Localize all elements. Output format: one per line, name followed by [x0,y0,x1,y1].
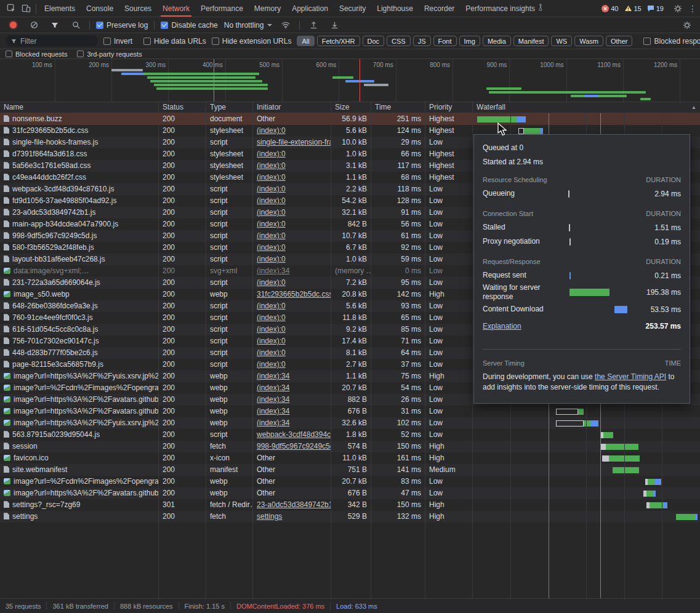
initiator-link[interactable]: 23-a0dc53d3849742b1.js: [257,500,331,509]
column-header-size[interactable]: Size [331,102,371,113]
invert-checkbox[interactable]: Invert [103,37,132,46]
initiator-link[interactable]: (index):0 [257,360,286,369]
kebab-menu-icon[interactable]: ⋮ [685,2,700,15]
issues-badge[interactable]: 19 [647,5,664,12]
initiator-link[interactable]: (index):34 [257,395,289,404]
filter-chip-fetch-xhr[interactable]: Fetch/XHR [317,36,360,46]
record-network-log-button[interactable] [6,18,20,32]
network-filter-input[interactable] [20,37,92,46]
search-button[interactable] [68,18,83,32]
filter-field[interactable] [6,35,98,47]
table-row[interactable]: favicon.ico200x-iconOther11.0 kB161 msHi… [0,452,700,464]
initiator-link[interactable]: (index):0 [257,220,286,228]
filter-chip-ws[interactable]: WS [551,36,572,46]
filter-chip-wasm[interactable]: Wasm [574,36,603,46]
initiator-link[interactable]: (index):0 [257,278,286,287]
table-row[interactable]: 563.87915a0239d95044.js200scriptwebpack-… [0,429,700,441]
tab-lighthouse[interactable]: Lighthouse [371,0,419,17]
tab-application[interactable]: Application [286,0,334,17]
initiator-link[interactable]: 998-9df5c967c9249c5d.js: [257,442,331,451]
tab-recorder[interactable]: Recorder [419,0,460,17]
initiator-link[interactable]: (index):34 [257,407,289,415]
initiator-link[interactable]: webpack-3cdf48d394c876… [257,430,331,439]
filter-chip-js[interactable]: JS [413,36,431,46]
initiator-link[interactable]: (index):0 [257,196,286,205]
network-settings-gear-icon[interactable] [680,18,694,32]
inspect-element-icon[interactable] [4,2,18,15]
server-timing-api-link[interactable]: the Server Timing API [595,372,666,381]
clear-network-log-button[interactable] [26,18,41,32]
tab-network[interactable]: Network [157,0,195,17]
initiator-link[interactable]: (index):0 [257,150,286,158]
filter-chip-css[interactable]: CSS [387,36,411,46]
network-conditions-button[interactable] [278,18,293,32]
table-row[interactable]: nonsense.buzz200documentOther56.9 kB251 … [0,113,700,125]
tab-performance[interactable]: Performance [195,0,249,17]
tab-elements[interactable]: Elements [39,0,81,17]
initiator-link[interactable]: (index):0 [257,173,286,182]
column-header-priority[interactable]: Priority [425,102,473,113]
column-header-time[interactable]: Time [371,102,425,113]
initiator-link[interactable]: 31fc293665b2b5dc.css [257,290,331,298]
import-har-button[interactable] [327,18,342,32]
table-row[interactable]: settings?_rsc=7zg69301fetch / Redir…23-a… [0,499,700,511]
filter-chip-media[interactable]: Media [483,36,511,46]
table-row[interactable]: site.webmanifest200manifestOther751 B141… [0,464,700,476]
export-har-button[interactable] [306,18,321,32]
tab-sources[interactable]: Sources [119,0,157,17]
third-party-requests-checkbox[interactable]: 3rd-party requests [77,50,142,58]
tab-performance-insights[interactable]: Performance insights [460,0,549,17]
initiator-link[interactable]: (index):0 [257,348,286,357]
initiator-link[interactable]: (index):0 [257,231,286,240]
initiator-link[interactable]: settings [257,512,282,521]
preserve-log-checkbox[interactable]: Preserve log [96,21,148,30]
table-row[interactable]: settings200fetchsettings529 B132 msHigh [0,511,700,523]
initiator-link[interactable]: (index):34 [257,372,289,380]
table-row[interactable]: image?url=https%3A%2F%2Fyuis.xsrv.jp%2Fi… [0,417,700,429]
device-toolbar-icon[interactable] [18,2,33,15]
column-header-waterfall[interactable]: Waterfall ▲ [473,102,700,113]
overview-strip[interactable]: 100 ms200 ms300 ms400 ms500 ms600 ms700 … [0,59,700,102]
tab-security[interactable]: Security [334,0,371,17]
initiator-link[interactable]: (index):0 [257,185,286,193]
initiator-link[interactable]: (index):34 [257,419,289,427]
settings-gear-icon[interactable] [670,2,685,15]
hide-extension-urls-checkbox[interactable]: Hide extension URLs [212,37,292,46]
column-header-name[interactable]: Name [0,102,159,113]
filter-toggle-button[interactable] [47,18,62,32]
hide-data-urls-checkbox[interactable]: Hide data URLs [143,37,206,46]
initiator-link[interactable]: (index):0 [257,325,286,334]
initiator-link[interactable]: (index):34 [257,383,289,392]
blocked-response-cookies-checkbox[interactable]: Blocked response cookies [643,37,700,46]
initiator-link[interactable]: single-file-extension-fram… [257,138,331,146]
table-row[interactable]: image?url=https%3A%2F%2Favatars.githubus… [0,406,700,417]
throttling-select[interactable]: No throttling [224,21,273,30]
initiator-link[interactable]: (index):0 [257,255,286,263]
table-row[interactable]: image?url=https%3A%2F%2Favatars.githubus… [0,487,700,499]
column-header-type[interactable]: Type [206,102,253,113]
filter-chip-all[interactable]: All [297,36,314,46]
initiator-link[interactable]: (index):0 [257,302,286,310]
initiator-link[interactable]: (index):0 [257,337,286,345]
initiator-link[interactable]: (index):0 [257,161,286,170]
initiator-link[interactable]: (index):34 [257,266,289,275]
disable-cache-checkbox[interactable]: Disable cache [161,21,217,30]
filter-chip-manifest[interactable]: Manifest [513,36,549,46]
table-row[interactable]: image?url=%2Fcdn%2Fimages%2Fopengraph…20… [0,476,700,487]
error-badge[interactable]: 40 [601,5,618,12]
column-header-status[interactable]: Status [159,102,206,113]
table-row[interactable]: session200fetch998-9df5c967c9249c5d.js:5… [0,441,700,452]
tab-memory[interactable]: Memory [249,0,286,17]
initiator-link[interactable]: (index):0 [257,313,286,322]
initiator-link[interactable]: (index):0 [257,243,286,252]
filter-chip-doc[interactable]: Doc [363,36,385,46]
initiator-link[interactable]: (index):0 [257,208,286,217]
initiator-link[interactable]: (index):0 [257,126,286,135]
tab-console[interactable]: Console [81,0,119,17]
column-header-initiator[interactable]: Initiator [253,102,331,113]
filter-chip-font[interactable]: Font [433,36,457,46]
explanation-link[interactable]: Explanation [483,322,521,331]
filter-chip-img[interactable]: Img [459,36,480,46]
filter-chip-other[interactable]: Other [606,36,633,46]
warning-badge[interactable]: 15 [624,5,642,12]
